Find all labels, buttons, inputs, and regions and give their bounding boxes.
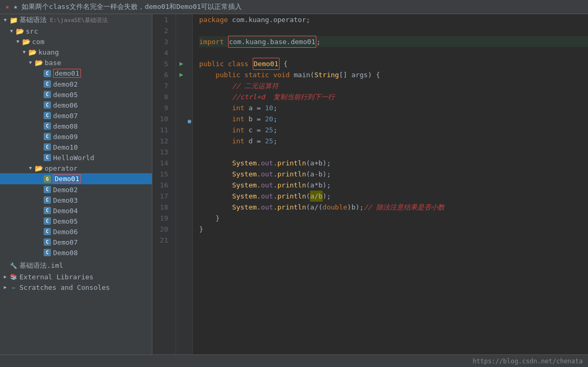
bottom-bar: https://blog.csdn.net/chenata xyxy=(0,354,588,367)
sidebar-iml-label: 基础语法.iml xyxy=(19,261,63,270)
sidebar-item-demo02[interactable]: C demo02 xyxy=(0,79,152,89)
code-line-3: import com.kuang.base.demo01; xyxy=(199,36,588,47)
sidebar-src-label: src xyxy=(26,27,38,35)
code-line-20: } xyxy=(199,224,588,235)
line-num-9: 9 xyxy=(152,102,171,113)
sidebar-base-label: base xyxy=(45,59,61,67)
line-num-16: 16 xyxy=(152,180,171,191)
code-line-12: int d = 25; xyxy=(199,135,588,146)
class-c-icon-Demo06-op: C xyxy=(43,227,51,236)
class-c-icon-Demo02-op: C xyxy=(43,185,51,194)
sidebar-item-demo05[interactable]: C demo05 xyxy=(0,89,152,100)
line-num-15: 15 xyxy=(152,169,171,180)
class-c-icon-demo08: C xyxy=(43,122,51,130)
sidebar-item-Demo08-op[interactable]: C Demo08 xyxy=(0,247,152,258)
sidebar-item-src[interactable]: ▼ 📂 src xyxy=(0,26,152,36)
code-line-17: System.out.println(a/b); xyxy=(199,191,588,202)
code-line-18: System.out.println(a/(double)b);// 除法注意结… xyxy=(199,202,588,213)
code-line-19: } xyxy=(199,213,588,224)
line-num-13: 13 xyxy=(152,146,171,158)
arrow-com: ▼ xyxy=(15,38,21,45)
sidebar-item-base[interactable]: ▼ 📂 base xyxy=(0,57,152,68)
class-c-icon-demo02: C xyxy=(43,80,51,88)
sidebar-item-demo08[interactable]: C demo08 xyxy=(0,121,152,131)
iml-icon: 🔧 xyxy=(9,261,18,270)
sidebar-item-HelloWorld[interactable]: C HelloWorld xyxy=(0,152,152,163)
line-num-5: 5 xyxy=(152,58,171,69)
code-line-16: System.out.println(a*b); xyxy=(199,180,588,191)
line-num-6: 6 xyxy=(152,69,171,80)
extlibs-icon: 📚 xyxy=(9,272,18,281)
class-c-icon-Demo05-op: C xyxy=(43,217,51,225)
scratches-icon: ✏️ xyxy=(9,283,18,291)
sidebar-item-com[interactable]: ▼ 📂 com xyxy=(0,36,152,47)
code-line-6: public static void main(String[] args) { xyxy=(199,69,588,80)
sidebar-root-label: 基础语法 xyxy=(19,15,47,25)
sidebar-item-demo07[interactable]: C demo07 xyxy=(0,110,152,121)
bookmark-gutter xyxy=(187,14,193,354)
code-line-5: public class Demo01 { xyxy=(199,58,588,69)
line-num-17: 17 xyxy=(152,191,171,202)
line-num-4: 4 xyxy=(152,47,171,58)
folder-kuang-icon: 📂 xyxy=(28,48,37,56)
sidebar-item-Demo01-op[interactable]: G Demo01 xyxy=(0,173,152,184)
sidebar-item-Demo06-op[interactable]: C Demo06 xyxy=(0,226,152,237)
class-c-icon-demo01: C xyxy=(43,69,51,78)
sidebar-item-operator[interactable]: ▼ 📂 operator xyxy=(0,163,152,173)
sidebar-scratches-label: Scratches and Consoles xyxy=(19,284,110,291)
sidebar-Demo10-label: Demo10 xyxy=(53,143,78,151)
sidebar-item-Demo02-op[interactable]: C Demo02 xyxy=(0,184,152,195)
class-c-icon-helloworld: C xyxy=(43,153,51,162)
sidebar-item-demo01[interactable]: C demo01 xyxy=(0,68,152,79)
sidebar-item-scratches[interactable]: ▶ ✏️ Scratches and Consoles xyxy=(0,282,152,292)
gutter: 1 2 3 4 5 6 7 8 9 10 11 12 13 14 15 16 1 xyxy=(152,14,193,354)
sidebar-item-Demo03-op[interactable]: C Demo03 xyxy=(0,195,152,205)
code-line-7: // 二元运算符 xyxy=(199,80,588,91)
top-bar: ★ ★ 如果两个class文件名完全一样会失败，demo01和Demo01可以正… xyxy=(0,0,588,14)
code-line-10: int b = 20; xyxy=(199,113,588,124)
sidebar-item-Demo05-op[interactable]: C Demo05 xyxy=(0,216,152,226)
code-line-13 xyxy=(199,146,588,158)
sidebar-item-root[interactable]: ▼ 📁 基础语法 E:\javaSE\基础语法 xyxy=(0,14,152,26)
code-line-21 xyxy=(199,235,588,246)
editor: 1 2 3 4 5 6 7 8 9 10 11 12 13 14 15 16 1 xyxy=(152,14,588,354)
line-num-10: 10 xyxy=(152,113,171,124)
run-button-line6[interactable]: ▶ xyxy=(176,69,187,80)
arrow-operator: ▼ xyxy=(27,165,34,171)
sidebar-item-extlibs[interactable]: ▶ 📚 External Libraries xyxy=(0,271,152,282)
code-line-4 xyxy=(199,47,588,58)
sidebar-item-demo06[interactable]: C demo06 xyxy=(0,100,152,110)
arrow-src: ▼ xyxy=(8,28,15,34)
folder-com-icon: 📂 xyxy=(22,37,30,46)
sidebar-item-iml[interactable]: 🔧 基础语法.iml xyxy=(0,260,152,271)
class-c-icon-demo07: C xyxy=(43,111,51,120)
line-num-8: 8 xyxy=(152,91,171,102)
sidebar-item-demo09[interactable]: C demo09 xyxy=(0,131,152,142)
sidebar-Demo08-op-label: Demo08 xyxy=(53,249,78,257)
sidebar-root-path: E:\javaSE\基础语法 xyxy=(50,16,108,24)
line-num-11: 11 xyxy=(152,124,171,135)
line-num-1: 1 xyxy=(152,14,171,25)
line-num-19: 19 xyxy=(152,213,171,224)
sidebar-item-Demo04-op[interactable]: C Demo04 xyxy=(0,205,152,216)
arrow-demo01 xyxy=(36,70,42,77)
folder-operator-icon: 📂 xyxy=(35,164,43,172)
sidebar-kuang-label: kuang xyxy=(38,48,59,56)
run-gutter: ▶ ▶ xyxy=(176,14,187,354)
sidebar-helloworld-label: HelloWorld xyxy=(53,154,94,162)
sidebar-Demo02-op-label: Demo02 xyxy=(53,186,78,194)
code-line-9: int a = 10; xyxy=(199,102,588,113)
code-line-15: System.out.println(a-b); xyxy=(199,169,588,180)
arrow-base: ▼ xyxy=(27,59,34,66)
run-button-line5[interactable]: ▶ xyxy=(176,58,187,69)
arrow-kuang: ▼ xyxy=(21,49,27,55)
folder-src-icon: 📂 xyxy=(16,27,24,35)
line-numbers: 1 2 3 4 5 6 7 8 9 10 11 12 13 14 15 16 1 xyxy=(152,14,176,354)
warning-icon: ★ xyxy=(5,3,14,11)
sidebar-item-Demo07-op[interactable]: C Demo07 xyxy=(0,237,152,247)
line-num-3: 3 xyxy=(152,36,171,47)
class-c-icon-demo05: C xyxy=(43,90,51,99)
sidebar-item-kuang[interactable]: ▼ 📂 kuang xyxy=(0,47,152,57)
line-num-2: 2 xyxy=(152,25,171,36)
sidebar-item-Demo10[interactable]: C Demo10 xyxy=(0,142,152,152)
